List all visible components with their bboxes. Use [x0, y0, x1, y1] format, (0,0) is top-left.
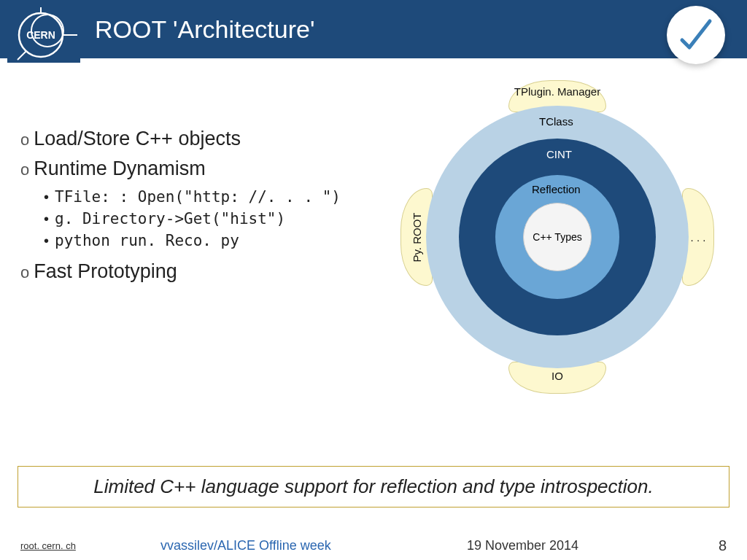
architecture-diagram: TPlugin. Manager Py. ROOT . . . IO C++ T… [400, 80, 714, 394]
bullet-text: Load/Store C++ objects [34, 128, 241, 149]
bullet-text: Runtime Dynamism [34, 158, 206, 179]
footer-date: 19 November 2014 [467, 538, 578, 553]
bullet-item: oRuntime Dynamism [20, 158, 341, 180]
label-tclass: TClass [539, 115, 573, 128]
slide-header: ROOT 'Architecture' [0, 0, 747, 58]
footer-page-number: 8 [719, 537, 727, 554]
cern-logo: CERN [7, 6, 80, 63]
callout: Limited C++ language support for reflect… [18, 466, 729, 508]
footer-link[interactable]: root. cern. ch [20, 540, 76, 551]
svg-text:CERN: CERN [26, 29, 55, 41]
label-reflection: Reflection [532, 183, 581, 195]
sub-bullet: •TFile: : Open("http: //. . . ") [44, 187, 341, 206]
ring-core: C++ Types [523, 203, 592, 271]
petal-left-label: Py. ROOT [411, 212, 423, 262]
code-text: g. Directory->Get("hist") [55, 210, 285, 228]
code-text: python run. Reco. py [55, 232, 239, 249]
bullet-item: oLoad/Store C++ objects [20, 128, 341, 150]
root-logo-icon [678, 17, 714, 53]
label-cint: CINT [546, 148, 572, 160]
sub-bullet: •g. Directory->Get("hist") [44, 209, 341, 228]
slide-footer: root. cern. ch vvassilev/ALICE Offline w… [0, 540, 747, 551]
slide-body: oLoad/Store C++ objects oRuntime Dynamis… [0, 58, 747, 467]
slide-title: ROOT 'Architecture' [95, 15, 314, 44]
sub-bullet: •python run. Reco. py [44, 231, 341, 250]
bullet-list: oLoad/Store C++ objects oRuntime Dynamis… [20, 128, 341, 290]
footer-author: vvassilev/ALICE Offline week [160, 538, 331, 553]
code-text: TFile: : Open("http: //. . . ") [55, 188, 341, 206]
root-logo [667, 6, 725, 64]
core-label: C++ Types [533, 231, 581, 243]
bullet-item: oFast Prototyping [20, 260, 341, 283]
cern-logo-icon: CERN [7, 6, 80, 63]
bullet-text: Fast Prototyping [34, 260, 177, 282]
